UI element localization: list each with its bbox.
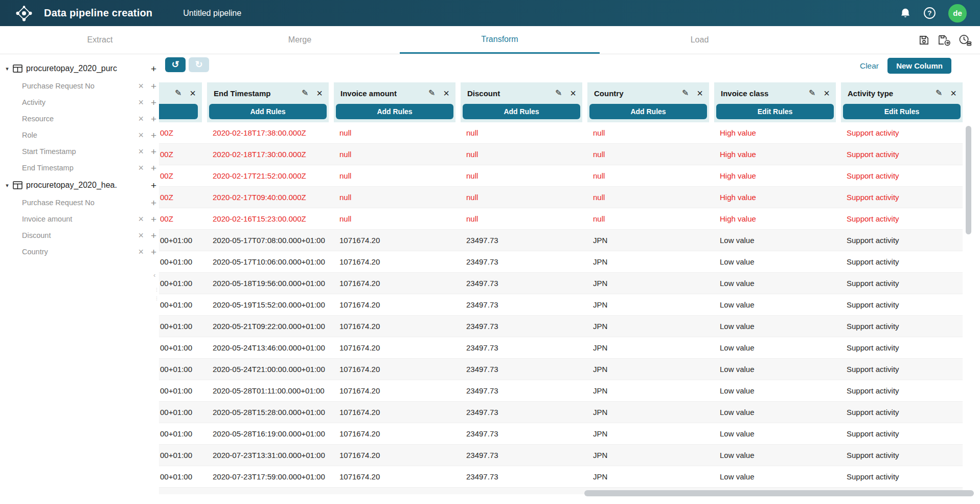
cell-country: null bbox=[593, 144, 708, 165]
remove-column-icon[interactable]: × bbox=[697, 88, 703, 98]
cell-discount: null bbox=[466, 122, 581, 143]
add-rules-button-invoice-amount[interactable]: Add Rules bbox=[336, 104, 453, 119]
field-label: Activity bbox=[22, 98, 45, 106]
remove-field-icon[interactable]: × bbox=[138, 98, 144, 107]
remove-column-icon[interactable]: × bbox=[316, 88, 323, 98]
cell-end-timestamp: 2020-05-19T15:52:00.000+01:00 bbox=[213, 294, 328, 315]
vertical-scrollbar[interactable] bbox=[966, 126, 971, 234]
cell-invoice-amount: null bbox=[339, 208, 454, 229]
edit-column-icon[interactable]: ✎ bbox=[175, 89, 181, 97]
cell-invoice-class: High value bbox=[720, 208, 835, 229]
remove-field-icon[interactable]: × bbox=[138, 147, 144, 156]
field-item-purchase-request-no[interactable]: Purchase Request No×+ bbox=[0, 78, 159, 94]
cell-discount: 23497.73 bbox=[466, 294, 581, 315]
field-item-country[interactable]: Country×+ bbox=[0, 244, 159, 260]
remove-column-icon[interactable]: × bbox=[570, 88, 576, 98]
column-header-invoice-class: Invoice class✎×Edit Rules bbox=[714, 82, 836, 122]
edit-column-icon[interactable]: ✎ bbox=[428, 89, 435, 97]
remove-field-icon[interactable]: × bbox=[138, 163, 144, 172]
clear-button[interactable]: Clear bbox=[857, 61, 882, 71]
column-title-row: Country✎× bbox=[587, 82, 709, 104]
cell-discount: 23497.73 bbox=[466, 445, 581, 466]
sidebar-collapse-icon[interactable]: ‹ bbox=[153, 271, 155, 279]
field-label: End Timestamp bbox=[22, 164, 74, 172]
tree-node-procuretopay-2020-purc[interactable]: ▾procuretopay_2020_purc+ bbox=[0, 59, 159, 78]
user-avatar[interactable]: de bbox=[948, 4, 967, 23]
tree-collapse-icon[interactable]: ▾ bbox=[3, 182, 11, 189]
edit-column-icon[interactable]: ✎ bbox=[809, 89, 815, 97]
column-title-row: Discount✎× bbox=[461, 82, 582, 104]
add-rules-button-scrolled-column[interactable]: Add Rules bbox=[159, 104, 198, 119]
add-rules-button-discount[interactable]: Add Rules bbox=[463, 104, 580, 119]
remove-column-icon[interactable]: × bbox=[824, 88, 830, 98]
cell-country: JPN bbox=[593, 316, 708, 337]
notifications-icon[interactable] bbox=[900, 7, 911, 19]
cell-invoice-class: Low value bbox=[720, 402, 835, 423]
remove-field-icon[interactable]: × bbox=[138, 130, 144, 140]
field-item-resource[interactable]: Resource×+ bbox=[0, 111, 159, 127]
remove-field-icon[interactable]: × bbox=[138, 114, 144, 123]
tab-transform[interactable]: Transform bbox=[400, 26, 600, 54]
field-label: Discount bbox=[22, 231, 51, 239]
remove-column-icon[interactable]: × bbox=[950, 88, 956, 98]
redo-button[interactable]: ↻ bbox=[189, 57, 209, 72]
tab-load[interactable]: Load bbox=[600, 26, 800, 54]
field-item-role[interactable]: Role×+ bbox=[0, 127, 159, 143]
edit-rules-button-activity-type[interactable]: Edit Rules bbox=[843, 104, 961, 119]
field-item-end-timestamp[interactable]: End Timestamp×+ bbox=[0, 160, 159, 176]
remove-column-icon[interactable]: × bbox=[190, 88, 196, 98]
horizontal-scrollbar[interactable] bbox=[584, 490, 974, 496]
cell-end-timestamp: 2020-05-21T09:22:00.000+01:00 bbox=[213, 316, 328, 337]
field-item-invoice-amount[interactable]: Invoice amount×+ bbox=[0, 211, 159, 227]
tree-node-procuretopay-2020-hea[interactable]: ▾procuretopay_2020_hea.+ bbox=[0, 176, 159, 194]
cell-invoice-amount: 1071674.20 bbox=[339, 445, 454, 466]
field-item-start-timestamp[interactable]: Start Timestamp×+ bbox=[0, 143, 159, 160]
help-icon[interactable]: ? bbox=[923, 7, 936, 19]
edit-rules-button-invoice-class[interactable]: Edit Rules bbox=[716, 104, 834, 119]
undo-button[interactable]: ↺ bbox=[165, 57, 186, 72]
cell-activity-type: Support activity bbox=[847, 337, 962, 358]
dataset-name: procuretopay_2020_purc bbox=[26, 64, 117, 73]
sidebar-resize-handle[interactable]: ‹ ⋮ ⋮ bbox=[153, 54, 159, 503]
cell-activity-type: Support activity bbox=[847, 230, 962, 251]
new-column-button[interactable]: New Column bbox=[887, 58, 951, 74]
tab-extract[interactable]: Extract bbox=[0, 26, 200, 54]
cell-country: JPN bbox=[593, 402, 708, 423]
remove-field-icon[interactable]: × bbox=[138, 214, 144, 224]
cell-country: null bbox=[593, 187, 708, 208]
add-rules-button-end-timestamp[interactable]: Add Rules bbox=[209, 104, 327, 119]
remove-field-icon[interactable]: × bbox=[138, 247, 144, 256]
cell-invoice-amount: 1071674.20 bbox=[339, 423, 454, 444]
table-row: 00+01:002020-07-23T13:31:00.000+01:00107… bbox=[159, 445, 963, 466]
cell-invoice-amount: 1071674.20 bbox=[339, 294, 454, 315]
cell-invoice-class: Low value bbox=[720, 359, 835, 380]
save-export-icon[interactable] bbox=[938, 34, 951, 46]
remove-field-icon[interactable]: × bbox=[138, 81, 144, 91]
column-title: Invoice class bbox=[721, 89, 809, 98]
edit-column-icon[interactable]: ✎ bbox=[302, 89, 308, 97]
remove-field-icon[interactable]: × bbox=[138, 231, 144, 240]
tab-merge[interactable]: Merge bbox=[200, 26, 400, 54]
edit-column-icon[interactable]: ✎ bbox=[555, 89, 562, 97]
history-icon[interactable] bbox=[959, 34, 972, 46]
cell-invoice-class: Low value bbox=[720, 316, 835, 337]
cell-scrolled-column: 00+01:00 bbox=[160, 380, 196, 401]
table-row: 00+01:002020-05-19T15:52:00.000+01:00107… bbox=[159, 294, 963, 316]
column-title: Activity type bbox=[848, 89, 936, 98]
edit-column-icon[interactable]: ✎ bbox=[936, 89, 942, 97]
pipeline-name[interactable]: Untitled pipeline bbox=[183, 9, 241, 18]
field-item-purchase-request-no[interactable]: Purchase Request No+ bbox=[0, 194, 159, 211]
save-icon[interactable] bbox=[918, 34, 930, 46]
add-rules-button-country[interactable]: Add Rules bbox=[589, 104, 707, 119]
field-item-activity[interactable]: Activity×+ bbox=[0, 94, 159, 111]
cell-invoice-amount: 1071674.20 bbox=[339, 359, 454, 380]
edit-column-icon[interactable]: ✎ bbox=[682, 89, 689, 97]
field-item-discount[interactable]: Discount×+ bbox=[0, 227, 159, 244]
cell-country: null bbox=[593, 165, 708, 186]
tree-collapse-icon[interactable]: ▾ bbox=[3, 65, 11, 72]
column-header-activity-type: Activity type✎×Edit Rules bbox=[841, 82, 963, 122]
cell-end-timestamp: 2020-07-23T17:59:00.000+01:00 bbox=[213, 466, 328, 487]
remove-column-icon[interactable]: × bbox=[443, 88, 449, 98]
cell-discount: null bbox=[466, 208, 581, 229]
cell-scrolled-column: 00+01:00 bbox=[160, 402, 196, 423]
